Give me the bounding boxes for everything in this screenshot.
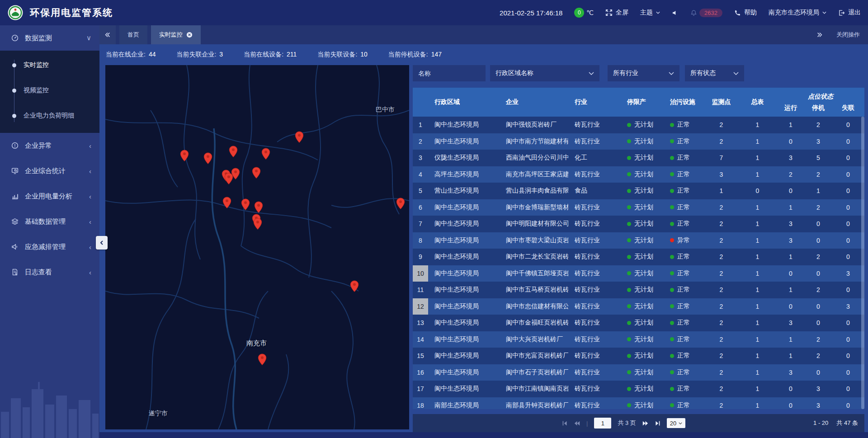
map-pin[interactable]: [229, 146, 238, 158]
table-row[interactable]: 14阆中生态环境局阆中大兴页岩机砖厂砖瓦行业无计划正常21120: [413, 331, 864, 348]
tabs-scroll-left-button[interactable]: [99, 25, 116, 44]
close-operations-button[interactable]: 关闭操作: [836, 31, 860, 39]
logout-button[interactable]: 退出: [838, 9, 861, 17]
tab-active[interactable]: 实时监控: [151, 25, 201, 44]
name-filter-input[interactable]: [413, 65, 486, 81]
tab-item[interactable]: 首页: [119, 25, 147, 44]
sidebar-item[interactable]: 基础数据管理‹: [0, 209, 99, 234]
sidebar-item[interactable]: 应急减排管理‹: [0, 234, 99, 259]
sidebar-subitem[interactable]: 视频监控: [0, 78, 99, 103]
sidebar-collapse-handle[interactable]: [96, 236, 108, 250]
map-pin[interactable]: [350, 280, 359, 292]
table-row[interactable]: 18南部生态环境局南部县升钟页岩机砖厂砖瓦行业无计划正常21030: [413, 397, 864, 410]
table-row[interactable]: 3仪陇生态环境局西南油气田分公司川中化工无计划正常71350: [413, 150, 864, 166]
status-filter-select[interactable]: 所有状态: [685, 65, 744, 81]
prev-page-icon: [574, 420, 580, 426]
cell-region: 阆中生态环境局: [428, 286, 500, 294]
map-city-label: 巴中市: [376, 106, 395, 114]
sidebar-subitem[interactable]: 企业电力负荷明细: [0, 103, 99, 128]
status-dot: [627, 354, 631, 358]
cell-monitor-count: 3: [704, 171, 738, 178]
table-row[interactable]: 16阆中生态环境局阆中市石子页岩机砖厂砖瓦行业无计划正常21300: [413, 364, 864, 381]
table-row[interactable]: 10阆中生态环境局阆中千佛镇五郎垭页岩砖瓦行业无计划正常21003: [413, 265, 864, 282]
status-dot: [670, 370, 674, 374]
sidebar-subitem[interactable]: 实时监控: [0, 52, 99, 78]
table-row[interactable]: 17阆中生态环境局阆中市江南镇阆南页岩砖瓦行业无计划正常21030: [413, 381, 864, 397]
status-dot: [670, 222, 674, 226]
next-page-button[interactable]: [642, 420, 648, 426]
map-pin[interactable]: [252, 167, 261, 179]
sidebar-menu: 数据监测∨实时监控视频监控企业电力负荷明细企业异常‹企业综合统计‹企业用电量分析…: [0, 25, 99, 285]
table-row[interactable]: 5营山生态环境局营山县润丰肉食品有限食品无计划正常10010: [413, 183, 864, 199]
industry-filter-select[interactable]: 所有行业: [608, 65, 679, 81]
table-row[interactable]: 4高坪生态环境局南充市高坪区王家店建砖瓦行业无计划正常31220: [413, 166, 864, 183]
map-pin[interactable]: [254, 201, 263, 213]
map-pin[interactable]: [203, 152, 212, 165]
cell-run-count: 3: [777, 319, 805, 326]
cell-facility-status: 正常: [663, 203, 704, 212]
help-button[interactable]: 帮助: [734, 9, 757, 17]
sidebar-item[interactable]: 数据监测∨: [0, 25, 99, 51]
cell-monitor-count: 2: [704, 369, 738, 376]
first-page-icon: [562, 420, 568, 426]
cell-halt-count: 2: [805, 121, 832, 128]
map-pin[interactable]: [253, 218, 262, 230]
cell-lost-count: 0: [832, 352, 864, 359]
cell-meter-count: 1: [738, 204, 777, 211]
fullscreen-button[interactable]: 全屏: [605, 9, 628, 17]
first-page-button[interactable]: [562, 420, 568, 426]
table-scrollbar[interactable]: [861, 117, 864, 409]
theme-dropdown[interactable]: 主题: [640, 9, 660, 17]
speaker-icon: [672, 9, 679, 16]
table-row[interactable]: 15阆中生态环境局阆中市光富页岩机砖厂砖瓦行业无计划正常21120: [413, 348, 864, 364]
table-row[interactable]: 13阆中生态环境局阆中市金福旺页岩机砖砖瓦行业无计划正常21300: [413, 315, 864, 331]
cell-monitor-count: 2: [704, 319, 738, 326]
map-pin[interactable]: [258, 353, 267, 366]
table-row[interactable]: 8阆中生态环境局阆中市枣碧大梁山页岩砖瓦行业无计划异常21300: [413, 232, 864, 249]
cell-lost-count: 0: [832, 385, 864, 392]
app-window: 环保用电监管系统 2021-02-25 17:46:18 0 ℃ 全屏 主题: [0, 0, 868, 438]
row-number: 11: [413, 282, 428, 298]
cell-monitor-count: 7: [704, 154, 738, 161]
cell-industry: 砖瓦行业: [568, 170, 619, 179]
map-pin[interactable]: [231, 168, 240, 180]
table-row[interactable]: 12阆中生态环境局阆中市忠信建材有限公砖瓦行业无计划正常21003: [413, 298, 864, 315]
table-row[interactable]: 1阆中生态环境局阆中强锐页岩砖厂砖瓦行业无计划正常21120: [413, 117, 864, 133]
row-number: 2: [413, 133, 428, 150]
map-pin[interactable]: [295, 131, 304, 143]
region-filter-select[interactable]: 行政区域名称: [490, 65, 599, 81]
sidebar-item[interactable]: 企业综合统计‹: [0, 158, 99, 184]
tabs-scroll-right-button[interactable]: [816, 32, 823, 38]
map-pin[interactable]: [180, 150, 189, 162]
status-dot: [670, 238, 674, 242]
tab-close-icon[interactable]: [186, 32, 193, 38]
map-pin[interactable]: [222, 197, 231, 209]
sidebar-item[interactable]: 企业异常‹: [0, 133, 99, 158]
status-dot: [670, 354, 674, 358]
table-row[interactable]: 6阆中生态环境局阆中市金博瑞新型墙材砖瓦行业无计划正常21120: [413, 199, 864, 216]
table-row[interactable]: 9阆中生态环境局阆中市二龙长宝页岩砖砖瓦行业无计划正常21120: [413, 249, 864, 265]
page-number-input[interactable]: [594, 418, 611, 429]
sidebar-item[interactable]: 日志查看‹: [0, 259, 99, 285]
pagination-separator: |: [586, 420, 588, 427]
sidebar-item[interactable]: 企业用电量分析‹: [0, 184, 99, 209]
table-row[interactable]: 11阆中生态环境局阆中市五马桥页岩机砖砖瓦行业无计划正常21120: [413, 282, 864, 298]
page-size-select[interactable]: 20: [667, 418, 685, 428]
table-row[interactable]: 7阆中生态环境局阆中明阳建材有限公司砖瓦行业无计划正常21300: [413, 216, 864, 232]
notifications-button[interactable]: 2632: [690, 9, 722, 17]
row-number: 16: [413, 364, 428, 381]
table-row[interactable]: 2阆中生态环境局阆中市南方节能建材有砖瓦行业无计划正常21030: [413, 133, 864, 150]
cell-monitor-count: 2: [704, 336, 738, 343]
cell-run-count: 0: [777, 187, 805, 194]
map-pin[interactable]: [241, 198, 250, 211]
prev-page-button[interactable]: [574, 420, 580, 426]
fullscreen-icon: [605, 9, 613, 16]
cell-halt-count: 0: [805, 220, 832, 227]
last-page-button[interactable]: [655, 420, 660, 426]
chevron-down-icon: [679, 422, 682, 424]
map-pin[interactable]: [396, 198, 405, 210]
org-dropdown[interactable]: 南充市生态环境局: [769, 9, 826, 17]
map-panel[interactable]: 巴中市南充市遂宁市: [105, 65, 409, 429]
map-pin[interactable]: [261, 148, 270, 160]
mute-button[interactable]: [672, 9, 679, 16]
